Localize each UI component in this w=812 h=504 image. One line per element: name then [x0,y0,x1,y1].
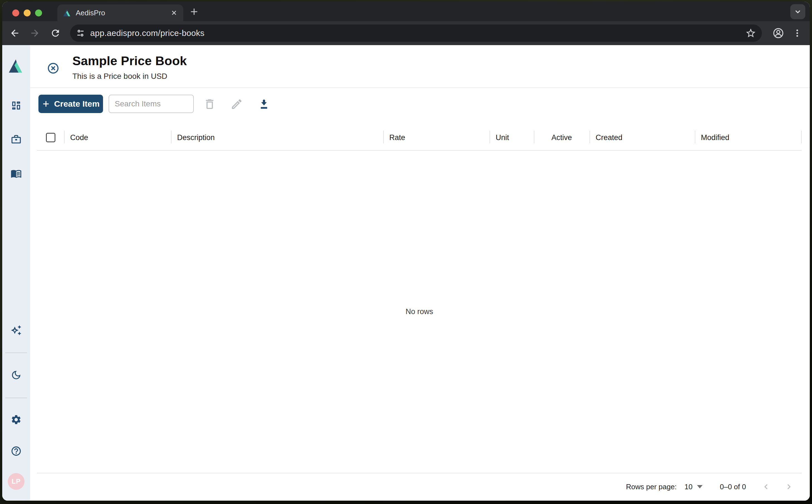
traffic-lights [12,9,42,16]
pagination-range: 0–0 of 0 [720,483,746,491]
chevron-down-icon [794,8,802,16]
price-items-table: Code Description Rate Unit Active Create… [37,129,802,500]
fullscreen-window-button[interactable] [35,9,42,16]
bookmark-star-icon[interactable] [745,28,756,39]
select-all-checkbox[interactable] [46,133,55,142]
table-header-row: Code Description Rate Unit Active Create… [37,129,802,151]
sidebar-item-dashboard-icon[interactable] [11,100,22,111]
reload-icon[interactable] [50,28,61,38]
column-header-description[interactable]: Description [171,129,383,150]
column-header-created[interactable]: Created [590,129,695,150]
table-body: No rows [37,151,802,473]
export-download-icon[interactable] [258,98,270,111]
select-all-cell [37,129,64,150]
table-pagination: Rows per page: 10 0–0 of 0 [37,473,802,500]
browser-menu-icon[interactable] [793,28,802,38]
forward-icon[interactable] [30,28,40,38]
page-title: Sample Price Book [72,54,187,68]
rows-per-page-value: 10 [684,483,693,491]
rows-per-page-select[interactable]: 10 [684,483,703,491]
search-items-input[interactable] [109,95,194,113]
column-header-code[interactable]: Code [64,129,171,150]
sidebar-dark-mode-icon[interactable] [11,370,22,381]
browser-window: AedisPro app.aedispro.com/price-bo [2,2,810,501]
sidebar-item-work-icon[interactable] [11,134,22,145]
aedispro-logo[interactable] [8,59,24,73]
page-subtitle: This is a Price book in USD [72,72,187,81]
site-settings-icon[interactable] [75,28,86,38]
back-icon[interactable] [9,28,20,38]
sidebar-divider [5,353,27,353]
sidebar-settings-gear-icon[interactable] [11,414,22,425]
sidebar-help-icon[interactable] [11,446,22,457]
tab-close-icon[interactable] [170,9,178,16]
chevron-left-icon [762,482,771,491]
main-panel: Sample Price Book This is a Price book i… [30,45,810,501]
sidebar-divider [5,398,27,398]
aedispro-logo-favicon [63,9,71,17]
tab-bar: AedisPro [2,2,810,21]
tab-title: AedisPro [76,9,170,17]
dropdown-arrow-icon [697,485,703,488]
new-tab-button[interactable] [189,7,199,16]
url-text: app.aedispro.com/price-books [90,28,745,38]
tab-search-button[interactable] [790,4,805,19]
app-sidebar: LP [2,45,30,501]
column-header-active[interactable]: Active [534,129,590,150]
browser-profile-icon[interactable] [772,27,784,39]
next-page-button[interactable] [782,480,796,493]
page-header: Sample Price Book This is a Price book i… [30,45,810,88]
empty-rows-message: No rows [405,307,433,316]
column-header-unit[interactable]: Unit [490,129,534,150]
previous-page-button[interactable] [759,480,773,493]
create-item-label: Create Item [54,99,99,109]
app-content: LP Sample Price Book This is a Price boo… [2,45,810,501]
sidebar-item-price-books-icon[interactable] [11,168,22,179]
sidebar-item-ai-sparkles-icon[interactable] [11,325,22,336]
column-header-rate[interactable]: Rate [383,129,490,150]
address-bar[interactable]: app.aedispro.com/price-books [70,25,762,42]
minimize-window-button[interactable] [24,9,31,16]
close-circle-icon[interactable] [47,62,60,75]
edit-pencil-icon[interactable] [230,98,243,111]
user-avatar[interactable]: LP [8,473,25,490]
rows-per-page-label: Rows per page: [626,483,677,491]
delete-icon[interactable] [203,98,216,111]
plus-icon [42,100,50,108]
avatar-initials: LP [12,478,21,485]
create-item-button[interactable]: Create Item [38,95,103,113]
browser-toolbar: app.aedispro.com/price-books [2,21,810,45]
close-window-button[interactable] [12,9,19,16]
column-header-modified[interactable]: Modified [695,129,802,150]
browser-tab[interactable]: AedisPro [57,4,183,21]
chevron-right-icon [784,482,793,491]
